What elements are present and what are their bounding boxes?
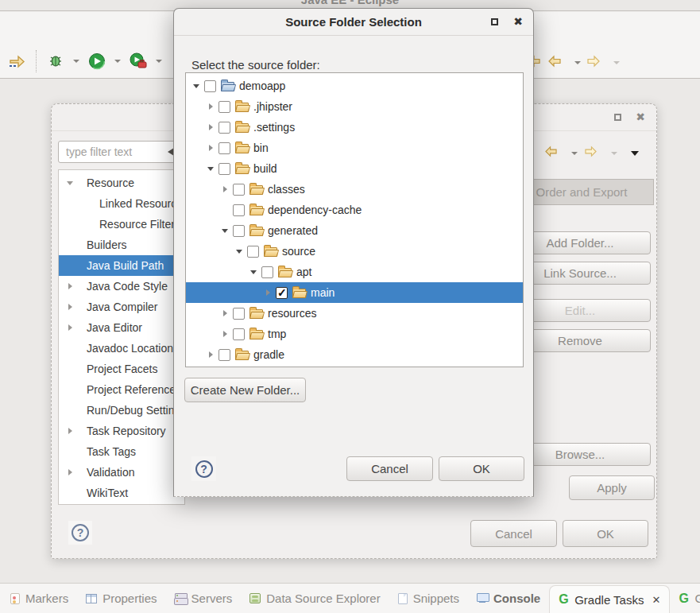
help-button[interactable]: ? bbox=[68, 521, 92, 545]
expander-collapsed-icon[interactable] bbox=[65, 428, 75, 434]
sidebar-item-linked-resources[interactable]: Linked Resources bbox=[59, 193, 184, 214]
expander-collapsed-icon[interactable] bbox=[263, 289, 273, 296]
help-button[interactable]: ? bbox=[191, 456, 216, 481]
run-external-dropdown-icon[interactable] bbox=[156, 60, 162, 63]
tree-item-tmp[interactable]: tmp bbox=[186, 324, 523, 344]
ok-button[interactable]: OK bbox=[439, 456, 524, 481]
run-dropdown-icon[interactable] bbox=[114, 60, 121, 63]
tree-item-demoapp[interactable]: demoapp bbox=[186, 76, 523, 96]
expander-collapsed-icon[interactable] bbox=[206, 103, 215, 110]
sidebar-item-builders[interactable]: Builders bbox=[59, 235, 184, 255]
forward-arrow-icon[interactable] bbox=[584, 145, 598, 161]
expander-collapsed-icon[interactable] bbox=[206, 145, 215, 151]
tab-data-source-explorer[interactable]: Data Source Explorer bbox=[241, 584, 389, 613]
checkbox[interactable] bbox=[204, 80, 216, 92]
checkbox[interactable] bbox=[233, 225, 245, 237]
tree-item-classes[interactable]: classes bbox=[186, 179, 523, 200]
sidebar-item-java-code-style[interactable]: Java Code Style bbox=[59, 276, 184, 297]
tab-gradle-executions[interactable]: GGradle Executions bbox=[670, 584, 700, 613]
sidebar-item-java-build-path[interactable]: Java Build Path bbox=[59, 255, 184, 276]
checkbox[interactable] bbox=[247, 246, 259, 258]
sidebar-item-validation[interactable]: Validation bbox=[59, 462, 184, 483]
expander-expanded-icon[interactable] bbox=[234, 250, 244, 254]
forward-dropdown-icon[interactable] bbox=[611, 152, 617, 155]
create-new-folder-button[interactable]: Create New Folder... bbox=[184, 378, 306, 402]
sidebar-item-task-repository[interactable]: Task Repository bbox=[59, 421, 184, 441]
view-menu-icon[interactable] bbox=[631, 151, 639, 156]
run-icon[interactable] bbox=[87, 51, 107, 72]
expander-collapsed-icon[interactable] bbox=[65, 283, 75, 289]
tree-item-dependency-cache[interactable]: dependency-cache bbox=[186, 200, 523, 220]
tree-item-bin[interactable]: bin bbox=[186, 138, 523, 158]
sidebar-item-project-references[interactable]: Project References bbox=[59, 379, 184, 400]
run-external-tools-icon[interactable] bbox=[128, 51, 149, 72]
maximize-icon[interactable] bbox=[491, 18, 498, 25]
forward-arrow-icon[interactable] bbox=[586, 55, 601, 71]
back-arrow-icon[interactable] bbox=[544, 145, 558, 161]
tab-markers[interactable]: Markers bbox=[2, 584, 77, 613]
tab-console[interactable]: Console bbox=[468, 584, 549, 613]
sidebar-item-java-compiler[interactable]: Java Compiler bbox=[59, 297, 184, 317]
back-arrow-icon[interactable] bbox=[547, 55, 562, 71]
tab-servers[interactable]: Servers bbox=[166, 584, 242, 613]
checkbox[interactable] bbox=[233, 308, 245, 320]
expander-collapsed-icon[interactable] bbox=[220, 331, 230, 337]
expander-collapsed-icon[interactable] bbox=[220, 310, 230, 316]
expander-expanded-icon[interactable] bbox=[191, 84, 201, 88]
checkbox[interactable] bbox=[219, 142, 230, 154]
ok-button[interactable]: OK bbox=[563, 520, 648, 547]
expander-expanded-icon[interactable] bbox=[220, 229, 230, 233]
maximize-icon[interactable] bbox=[614, 114, 621, 121]
expander-expanded-icon[interactable] bbox=[65, 181, 75, 185]
sidebar-item-run-debug-settings[interactable]: Run/Debug Settings bbox=[59, 400, 184, 421]
checkbox[interactable] bbox=[233, 328, 245, 340]
debug-icon[interactable] bbox=[45, 51, 66, 72]
checkbox[interactable] bbox=[219, 163, 230, 175]
last-edit-location-icon[interactable] bbox=[6, 51, 27, 72]
sidebar-item-wikitext[interactable]: WikiText bbox=[59, 483, 184, 503]
tree-item-apt[interactable]: apt bbox=[186, 262, 523, 282]
tab-snippets[interactable]: Snippets bbox=[389, 584, 468, 613]
checkbox[interactable] bbox=[276, 287, 288, 299]
expander-collapsed-icon[interactable] bbox=[65, 324, 75, 331]
tree-item--settings[interactable]: .settings bbox=[186, 117, 523, 138]
back-dropdown-icon[interactable] bbox=[571, 152, 578, 155]
cancel-button[interactable]: Cancel bbox=[470, 520, 557, 547]
tree-item-gradle[interactable]: gradle bbox=[186, 344, 523, 365]
sidebar-item-java-editor[interactable]: Java Editor bbox=[59, 317, 184, 338]
sidebar-item-resource[interactable]: Resource bbox=[59, 173, 184, 193]
checkbox[interactable] bbox=[219, 101, 230, 113]
tree-item-source[interactable]: source bbox=[186, 241, 523, 262]
tree-item-generated[interactable]: generated bbox=[186, 220, 523, 241]
close-icon[interactable]: ✖ bbox=[513, 14, 523, 29]
checkbox[interactable] bbox=[219, 122, 230, 134]
cancel-button[interactable]: Cancel bbox=[346, 456, 433, 481]
tab-properties[interactable]: Properties bbox=[77, 584, 165, 613]
expander-expanded-icon[interactable] bbox=[249, 270, 258, 274]
checkbox[interactable] bbox=[233, 204, 245, 216]
expander-collapsed-icon[interactable] bbox=[65, 469, 75, 475]
close-icon[interactable]: ✕ bbox=[652, 594, 660, 606]
tree-item-main[interactable]: main bbox=[186, 282, 523, 303]
sidebar-item-javadoc-location[interactable]: Javadoc Location bbox=[59, 338, 184, 359]
sidebar-item-task-tags[interactable]: Task Tags bbox=[59, 441, 184, 462]
sidebar-item-project-facets[interactable]: Project Facets bbox=[59, 359, 184, 379]
forward-dropdown-icon[interactable] bbox=[613, 61, 620, 64]
checkbox[interactable] bbox=[233, 184, 245, 196]
expander-expanded-icon[interactable] bbox=[206, 167, 215, 171]
checkbox[interactable] bbox=[261, 266, 273, 278]
tree-item-resources[interactable]: resources bbox=[186, 303, 523, 324]
checkbox[interactable] bbox=[219, 349, 230, 361]
expander-collapsed-icon[interactable] bbox=[206, 124, 215, 130]
apply-button[interactable]: Apply bbox=[569, 475, 655, 500]
debug-dropdown-icon[interactable] bbox=[73, 60, 79, 63]
tree-item--jhipster[interactable]: .jhipster bbox=[186, 96, 523, 117]
expander-collapsed-icon[interactable] bbox=[65, 304, 75, 310]
back-dropdown-icon[interactable] bbox=[574, 61, 581, 64]
sidebar-item-resource-filters[interactable]: Resource Filters bbox=[59, 214, 184, 235]
tree-item-build[interactable]: build bbox=[186, 158, 523, 179]
tab-gradle-tasks[interactable]: GGradle Tasks✕ bbox=[549, 585, 670, 613]
expander-collapsed-icon[interactable] bbox=[220, 186, 230, 192]
expander-collapsed-icon[interactable] bbox=[206, 351, 215, 358]
filter-input[interactable] bbox=[58, 141, 178, 163]
